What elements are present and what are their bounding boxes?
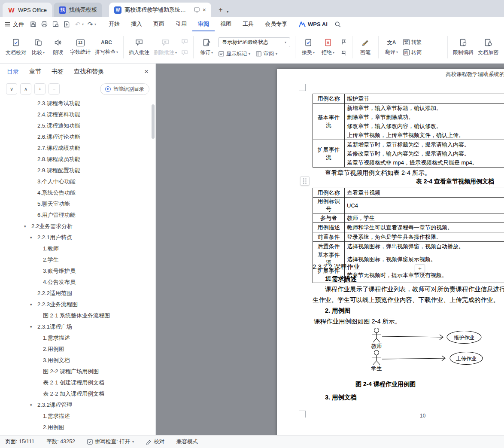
tab-document[interactable]: W 高校课程教学辅助系统的设计 × <box>109 3 211 17</box>
toc-item[interactable]: ▾2.3.1课程广场 <box>0 321 150 332</box>
toc-item[interactable]: 1.需求描述 <box>0 332 150 344</box>
insert-comment-button[interactable]: 插入批注 <box>127 34 152 61</box>
toc-item[interactable]: 2.用例图 <box>0 344 150 355</box>
menu-home[interactable]: 开始 <box>103 17 125 31</box>
compare-button[interactable]: 比较▾ <box>28 34 48 61</box>
document-page[interactable]: 高校课程教学辅助系统的 用例名称维护章节基本事件流新增章节，输入章节标题，确认添… <box>277 69 504 435</box>
translate-button[interactable]: 文A 翻译▾ <box>382 34 401 61</box>
toc-item[interactable]: 表 2-1 创建课程用例文档 <box>0 377 150 388</box>
compatibility-mode-indicator[interactable]: 兼容模式 <box>176 438 198 445</box>
save-button[interactable] <box>27 19 39 30</box>
toc-item[interactable]: 4.系统公告功能 <box>0 187 150 198</box>
sidebar-tab-toc[interactable]: 目录 <box>7 68 19 76</box>
wps-ai-button[interactable]: WPS AI <box>299 21 328 27</box>
toc-item[interactable]: 3.用例文档 <box>0 355 150 366</box>
word-count-button[interactable]: 12 字数统计 <box>68 34 93 61</box>
previous-comment-button[interactable] <box>180 37 189 46</box>
track-changes-button[interactable]: 修订▾ <box>197 34 216 61</box>
toc-item[interactable]: 2.7.课程成绩功能 <box>0 143 150 154</box>
menu-view[interactable]: 视图 <box>215 17 237 31</box>
screen-share-icon[interactable] <box>194 7 200 12</box>
restrict-edit-button[interactable]: 限制编辑 <box>451 34 476 61</box>
toc-item[interactable]: ▾2.2.1用户特点 <box>0 232 150 243</box>
toc-item[interactable]: 2.8.课程成员功能 <box>0 154 150 165</box>
expand-all-button[interactable]: ∧ <box>20 83 31 94</box>
spell-check-button[interactable]: ABC 拼写检查▾ <box>93 34 120 61</box>
export-pdf-button[interactable] <box>61 19 72 30</box>
zoom-in-outline-button[interactable]: + <box>34 83 46 94</box>
menu-member[interactable]: 会员专享 <box>259 17 293 31</box>
previous-change-button[interactable] <box>339 37 348 46</box>
collapse-arrow-icon[interactable]: ▾ <box>30 403 32 407</box>
zoom-out-outline-button[interactable]: − <box>49 83 60 94</box>
sidebar-scrollbar[interactable] <box>152 104 155 139</box>
smart-toc-button[interactable]: 智能识别目录 <box>100 83 149 95</box>
toc-item[interactable]: 2.学生 <box>0 254 150 265</box>
word-count-indicator[interactable]: 字数: 43252 <box>46 438 75 445</box>
redo-dropdown-icon[interactable]: ▾ <box>94 22 96 26</box>
insert-content-button[interactable]: + <box>415 264 425 273</box>
toc-item[interactable]: 1.教师 <box>0 243 150 254</box>
spell-check-indicator[interactable]: 拼写检查: 打开 ▾ <box>87 438 134 445</box>
markup-state-select[interactable]: 显示标记的最终状态 ▾ <box>218 37 290 47</box>
toc-item[interactable]: 2.用例图 <box>0 422 150 433</box>
toc-item[interactable]: 2.6.课程讨论功能 <box>0 131 150 143</box>
tab-template-app[interactable]: 找 找稿壳模板 <box>54 3 102 17</box>
toc-item[interactable]: 3.账号维护员 <box>0 265 150 277</box>
toc-item[interactable]: 2.9.课程配置功能 <box>0 165 150 176</box>
sidebar-tab-bookmark[interactable]: 书签 <box>52 68 64 76</box>
toc-item[interactable]: 1.需求描述 <box>0 411 150 422</box>
toc-item[interactable]: 5.聊天室功能 <box>0 198 150 210</box>
undo-dropdown-icon[interactable]: ▾ <box>82 22 84 26</box>
collapse-arrow-icon[interactable]: ▾ <box>30 235 32 240</box>
collapse-arrow-icon[interactable]: ▾ <box>30 302 32 307</box>
next-comment-button[interactable] <box>180 48 189 58</box>
collapse-all-button[interactable]: ∨ <box>6 83 17 94</box>
toc-item[interactable]: ▾2.2.3业务流程图 <box>0 299 150 310</box>
collapse-arrow-icon[interactable]: ▾ <box>30 325 32 329</box>
toc-item[interactable]: 图 2-1 系统整体业务流程图 <box>0 310 150 321</box>
tab-wps-home[interactable]: W WPS Office <box>3 3 52 17</box>
print-preview-button[interactable] <box>50 19 61 30</box>
accept-revision-button[interactable]: 接受▾ <box>298 34 318 61</box>
toc-item[interactable]: ▾2.2业务需求分析 <box>0 221 150 232</box>
toc-item[interactable]: 4.公告发布员 <box>0 277 150 288</box>
page-indicator[interactable]: 页面: 15/111 <box>5 438 34 445</box>
print-button[interactable] <box>39 19 50 30</box>
menu-reference[interactable]: 引用 <box>170 17 192 31</box>
brush-button[interactable]: 画笔 <box>355 34 375 61</box>
menu-review[interactable]: 审阅 <box>192 17 215 31</box>
table-drag-handle[interactable] <box>300 176 310 186</box>
review-pane-button[interactable]: 审阅 ▾ <box>255 50 277 58</box>
toc-item[interactable]: 2.4.课程资料功能 <box>0 109 150 120</box>
sidebar-tab-find-replace[interactable]: 查找和替换 <box>74 68 104 76</box>
collapse-arrow-icon[interactable]: ▾ <box>24 224 26 229</box>
read-aloud-button[interactable]: 朗读 <box>48 34 68 61</box>
toc-item[interactable]: 3.个人中心功能 <box>0 176 150 187</box>
search-button[interactable] <box>334 21 341 28</box>
close-sidebar-icon[interactable]: × <box>144 67 149 76</box>
doc-proofread-button[interactable]: 文档校对 <box>3 34 28 61</box>
new-tab-button[interactable]: + <box>216 5 226 15</box>
next-change-button[interactable] <box>339 48 348 58</box>
toc-item[interactable]: 图 2-2 课程广场用例图 <box>0 366 150 377</box>
document-canvas[interactable]: 高校课程教学辅助系统的 用例名称维护章节基本事件流新增章节，输入章节标题，确认添… <box>156 64 504 435</box>
menu-tools[interactable]: 工具 <box>237 17 259 31</box>
to-simplified-button[interactable]: 简 转简 <box>403 49 422 56</box>
tab-list-dropdown-icon[interactable]: ▾ <box>227 9 229 14</box>
toc-item[interactable]: ▾2.3.2课程管理 <box>0 399 150 411</box>
file-menu-button[interactable]: 文件 <box>4 21 24 28</box>
menu-page[interactable]: 页面 <box>148 17 170 31</box>
reject-revision-button[interactable]: 拒绝▾ <box>318 34 338 61</box>
show-markup-button[interactable]: 显示标记 ▾ <box>218 50 250 58</box>
toc-item[interactable]: 表 2-2 加入课程用例文档 <box>0 388 150 399</box>
proofread-button[interactable]: 校对 <box>146 438 164 445</box>
toc-item[interactable]: 2.5.课程通知功能 <box>0 120 150 131</box>
toc-item[interactable]: 2.3.课程考试功能 <box>0 98 150 109</box>
close-tab-icon[interactable]: × <box>203 6 206 13</box>
sidebar-tab-chapter[interactable]: 章节 <box>29 68 41 76</box>
delete-comment-button[interactable]: 删除批注▾ <box>152 34 179 61</box>
toc-item[interactable]: 6.用户管理功能 <box>0 210 150 221</box>
menu-insert[interactable]: 插入 <box>125 17 148 31</box>
encrypt-doc-button[interactable]: 文档加密 <box>476 34 501 61</box>
